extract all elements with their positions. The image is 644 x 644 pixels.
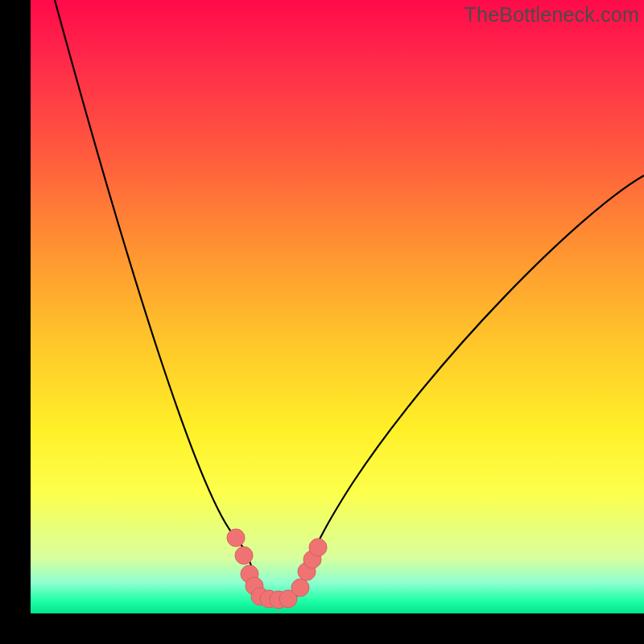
chart-plot-area: TheBottleneck.com [31,0,644,613]
marker-left-0 [227,529,245,547]
curve-group [55,0,644,597]
marker-right-3 [309,539,327,556]
marker-left-1 [235,547,253,564]
marker-group [227,529,327,609]
marker-right-0 [291,579,309,597]
curve-left-curve [55,0,260,597]
chart-svg [31,0,644,613]
curve-right-curve [296,175,644,597]
